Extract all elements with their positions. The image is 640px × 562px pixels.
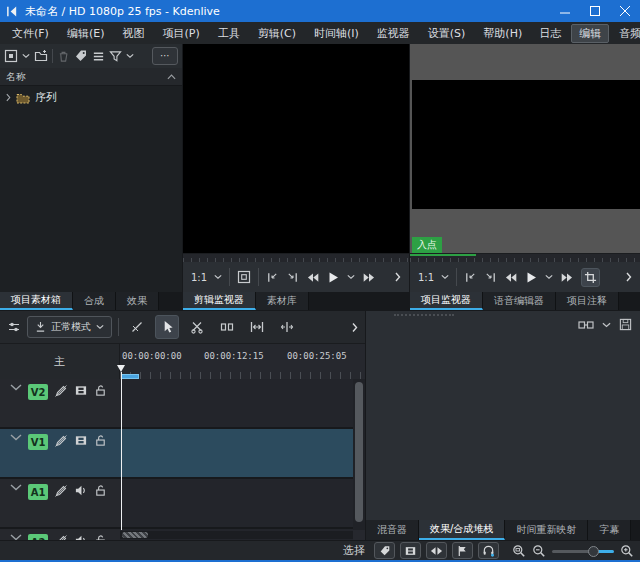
track-pencil-icon[interactable] [54, 434, 68, 448]
compare-effect-icon[interactable] [578, 319, 594, 331]
title-bar[interactable]: 未命名 / HD 1080p 25 fps - Kdenlive [0, 0, 640, 22]
fast-forward-icon[interactable] [362, 272, 376, 283]
caret-up-icon[interactable] [167, 74, 176, 80]
tab-time-remap[interactable]: 时间重新映射 [505, 520, 588, 540]
add-clip-icon[interactable] [4, 49, 18, 63]
chevron-down-icon[interactable] [347, 274, 355, 280]
track-pencil-icon[interactable] [54, 384, 68, 398]
fast-forward-icon[interactable] [560, 272, 574, 283]
track-lock-icon[interactable] [94, 384, 107, 397]
chevron-down-icon[interactable] [214, 274, 222, 280]
create-folder-icon[interactable] [34, 49, 48, 63]
menu-file[interactable]: 文件(F) [3, 22, 58, 44]
playhead-line[interactable] [121, 372, 122, 530]
menu-monitor[interactable]: 监视器 [368, 22, 419, 44]
timeline-horizontal-scrollbar[interactable] [120, 531, 353, 539]
selection-tool-icon[interactable] [155, 315, 179, 339]
track-v1[interactable]: V1 [0, 429, 353, 477]
slip-tool-icon[interactable] [245, 315, 269, 339]
bin-name-header[interactable]: 名称 [0, 68, 182, 86]
track-video-icon[interactable] [74, 434, 88, 447]
mix-tool-icon[interactable] [125, 315, 149, 339]
snap-button[interactable] [452, 542, 473, 559]
menu-edit[interactable]: 编辑(E) [58, 22, 114, 44]
bin-overflow-button[interactable]: ⋯ [152, 47, 178, 65]
minimize-button[interactable] [550, 0, 580, 22]
bin-item-sequences[interactable]: 序列 [2, 89, 180, 106]
show-markers-button[interactable] [374, 542, 395, 559]
panel-drag-handle[interactable] [394, 314, 454, 316]
spacer-tool-icon[interactable] [215, 315, 239, 339]
menu-view[interactable]: 视图 [113, 22, 153, 44]
track-collapse-icon[interactable] [10, 484, 22, 491]
save-effect-stack-icon[interactable] [619, 318, 632, 331]
timeline-vertical-scrollbar[interactable] [353, 379, 365, 530]
monitor-zoom-level[interactable]: 1:1 [191, 272, 207, 283]
workspace-logging[interactable]: 日志 [531, 24, 569, 43]
track-a1[interactable]: A1 [0, 479, 353, 527]
track-pencil-icon[interactable] [54, 484, 68, 498]
timeline-ruler[interactable]: 00:00:00:00 00:00:12:15 00:00:25:05 [120, 344, 365, 379]
clip-monitor-video[interactable] [183, 44, 409, 253]
razor-tool-icon[interactable] [185, 315, 209, 339]
workspace-audio[interactable]: 音频 [611, 24, 640, 43]
playhead-marker[interactable] [117, 365, 125, 372]
track-header-a2[interactable]: A2 [0, 529, 120, 540]
edit-mode-dropdown[interactable]: 正常模式 [27, 316, 112, 338]
tab-effects[interactable]: 效果 [116, 292, 159, 310]
close-button[interactable] [610, 0, 640, 22]
list-view-icon[interactable] [92, 50, 105, 63]
chevron-down-icon[interactable] [126, 53, 134, 59]
rewind-icon[interactable] [306, 272, 320, 283]
track-v2[interactable]: V2 [0, 379, 353, 427]
show-audio-thumbnails-button[interactable] [426, 542, 447, 559]
tab-library[interactable]: 素材库 [256, 292, 309, 310]
track-video-icon[interactable] [74, 384, 88, 397]
zoom-fit-icon[interactable] [512, 544, 526, 558]
track-collapse-icon[interactable] [10, 384, 22, 391]
monitor-zoom-level[interactable]: 1:1 [418, 272, 434, 283]
tag-icon[interactable] [74, 49, 88, 63]
set-out-point-icon[interactable] [484, 271, 497, 284]
tab-project-notes[interactable]: 项目注释 [556, 292, 619, 310]
timeline-toolbar-overflow-icon[interactable] [352, 322, 358, 333]
workspace-editing[interactable]: 编辑 [571, 24, 609, 43]
zone-mode-icon[interactable] [581, 268, 600, 287]
tab-subtitles[interactable]: 字幕 [588, 520, 631, 540]
transport-overflow-icon[interactable] [395, 272, 401, 282]
tab-project-bin[interactable]: 项目素材箱 [0, 292, 73, 310]
audio-monitor-button[interactable] [478, 542, 499, 559]
timeline-zoom-slider[interactable] [552, 544, 614, 558]
tab-effect-stack[interactable]: 效果/合成堆栈 [419, 520, 505, 540]
maximize-button[interactable] [580, 0, 610, 22]
menu-settings[interactable]: 设置(S) [419, 22, 475, 44]
project-monitor-seekbar[interactable] [410, 253, 640, 262]
zoom-in-icon[interactable] [620, 544, 634, 558]
chevron-down-icon[interactable] [441, 274, 449, 280]
track-header-v1[interactable]: V1 [0, 429, 120, 477]
track-audio-icon[interactable] [74, 484, 88, 497]
track-badge[interactable]: V1 [28, 434, 48, 450]
zoom-out-icon[interactable] [532, 544, 546, 558]
menu-timeline[interactable]: 时间轴(I) [305, 22, 368, 44]
track-lane-v2[interactable] [120, 379, 353, 427]
transport-overflow-icon[interactable] [626, 272, 632, 282]
filter-icon[interactable] [109, 50, 122, 63]
set-in-point-icon[interactable] [464, 271, 477, 284]
track-badge[interactable]: A1 [28, 484, 48, 500]
timeline-zone-marker[interactable] [121, 374, 139, 379]
tab-speech-editor[interactable]: 语音编辑器 [483, 292, 556, 310]
master-track-button[interactable]: 主 [0, 344, 120, 379]
menu-project[interactable]: 项目(P) [153, 22, 208, 44]
chevron-down-icon[interactable] [22, 53, 30, 59]
set-in-point-icon[interactable] [266, 271, 279, 284]
tab-mixer[interactable]: 混音器 [366, 520, 419, 540]
menu-help[interactable]: 帮助(H) [474, 22, 531, 44]
tab-clip-monitor[interactable]: 剪辑监视器 [183, 292, 256, 310]
rewind-icon[interactable] [504, 272, 518, 283]
chevron-down-icon[interactable] [545, 274, 553, 280]
monitor-overlay-icon[interactable] [237, 270, 251, 284]
track-header-v2[interactable]: V2 [0, 379, 120, 427]
menu-tools[interactable]: 工具 [209, 22, 249, 44]
track-lane-v1[interactable] [120, 429, 353, 477]
